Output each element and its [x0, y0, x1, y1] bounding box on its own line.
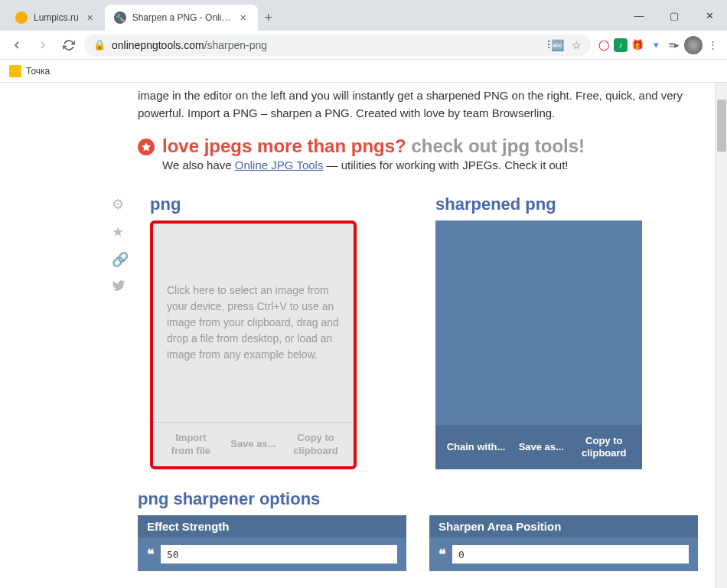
forward-button[interactable] — [32, 34, 54, 56]
ext-blue-icon[interactable]: ▾ — [647, 37, 664, 54]
sharpen-area-input[interactable] — [452, 545, 689, 564]
option-label: Effect Strength — [138, 515, 406, 537]
browser-tabstrip: Lumpics.ru × 🔧 Sharpen a PNG - Online PN… — [0, 0, 727, 31]
tab-lumpics[interactable]: Lumpics.ru × — [6, 5, 105, 31]
vertical-scrollbar[interactable] — [715, 83, 727, 588]
intro-text: image in the editor on the left and you … — [138, 87, 698, 122]
chain-with-button[interactable]: Chain with... — [447, 441, 506, 453]
gear-icon[interactable]: ⚙ — [112, 196, 127, 213]
save-as-button[interactable]: Save as... — [519, 441, 564, 453]
maximize-button[interactable]: ▢ — [657, 0, 692, 31]
output-panel: Chain with... Save as... Copy to clipboa… — [435, 220, 642, 469]
bookmark-item[interactable]: Точка — [26, 66, 50, 77]
scrollbar-thumb[interactable] — [717, 100, 726, 152]
ext-opera-icon[interactable]: ◯ — [595, 37, 612, 54]
reading-list-icon[interactable]: ≡▸ — [666, 37, 683, 54]
translate-icon[interactable]: ⠸🔤 — [543, 39, 564, 51]
options-title: png sharpener options — [138, 489, 698, 509]
quote-icon: ❝ — [438, 546, 446, 563]
import-from-file-button[interactable]: Import from file — [164, 432, 217, 457]
window-controls: — ▢ ✕ — [621, 0, 727, 31]
input-panel[interactable]: Click here to select an image from your … — [150, 220, 357, 469]
option-effect-strength: Effect Strength ❝ — [138, 515, 406, 571]
bookmark-star-icon[interactable]: ☆ — [572, 39, 582, 51]
promo-subtitle: We also have Online JPG Tools — utilitie… — [162, 158, 585, 172]
option-label: Sharpen Area Position — [429, 515, 698, 537]
tab-title: Sharpen a PNG - Online PNG Too — [132, 12, 232, 23]
favicon-lumpics — [15, 11, 28, 24]
minimize-button[interactable]: — — [621, 0, 657, 31]
new-tab-button[interactable]: + — [258, 7, 279, 28]
link-icon[interactable]: 🔗 — [112, 251, 127, 268]
bookmarks-bar: Точка — [0, 60, 727, 83]
copy-to-clipboard-button[interactable]: Copy to clipboard — [289, 432, 343, 457]
quote-icon: ❝ — [147, 546, 155, 563]
copy-to-clipboard-button[interactable]: Copy to clipboard — [577, 435, 631, 460]
close-icon[interactable]: × — [85, 12, 96, 23]
input-panel-title: png — [150, 194, 412, 214]
star-icon[interactable]: ★ — [112, 224, 127, 240]
close-icon[interactable]: × — [238, 12, 249, 23]
promo-headline-red: love jpegs more than pngs? — [162, 136, 406, 156]
jpg-tools-link[interactable]: Online JPG Tools — [235, 158, 324, 172]
page-viewport: image in the editor on the left and you … — [0, 83, 727, 588]
lock-icon: 🔒 — [93, 39, 106, 51]
reload-button[interactable] — [58, 34, 80, 56]
favicon-tool: 🔧 — [114, 11, 126, 24]
side-tools: ⚙ ★ 🔗 — [112, 194, 127, 296]
back-button[interactable] — [6, 34, 28, 56]
input-placeholder: Click here to select an image from your … — [167, 283, 340, 363]
effect-strength-input[interactable] — [161, 545, 397, 564]
profile-avatar[interactable] — [684, 36, 703, 54]
twitter-icon[interactable] — [112, 279, 127, 296]
url-path: /sharpen-png — [204, 39, 268, 51]
url-host: onlinepngtools.com — [112, 39, 204, 51]
menu-icon[interactable]: ⋮ — [704, 37, 721, 54]
ext-green-icon[interactable]: ♪ — [614, 38, 628, 52]
alert-icon — [138, 139, 155, 155]
tab-sharpen-png[interactable]: 🔧 Sharpen a PNG - Online PNG Too × — [105, 5, 258, 31]
svg-marker-0 — [142, 142, 151, 151]
option-sharpen-area: Sharpen Area Position ❝ — [429, 515, 698, 571]
bookmark-folder-icon — [9, 65, 21, 77]
extensions: ◯ ♪ 🎁 ▾ ≡▸ ⋮ — [595, 36, 721, 54]
tab-title: Lumpics.ru — [34, 12, 79, 23]
ext-gift-icon[interactable]: 🎁 — [629, 37, 646, 54]
address-bar[interactable]: 🔒 onlinepngtools.com/sharpen-png ⠸🔤 ☆ — [84, 34, 591, 56]
promo-banner: love jpegs more than pngs? check out jpg… — [138, 136, 698, 172]
browser-toolbar: 🔒 onlinepngtools.com/sharpen-png ⠸🔤 ☆ ◯ … — [0, 31, 727, 60]
save-as-button[interactable]: Save as... — [230, 438, 275, 450]
close-window-button[interactable]: ✕ — [692, 0, 727, 31]
promo-headline: love jpegs more than pngs? check out jpg… — [162, 136, 585, 157]
output-panel-title: sharpened png — [435, 194, 698, 214]
promo-headline-grey: check out jpg tools! — [406, 136, 585, 156]
